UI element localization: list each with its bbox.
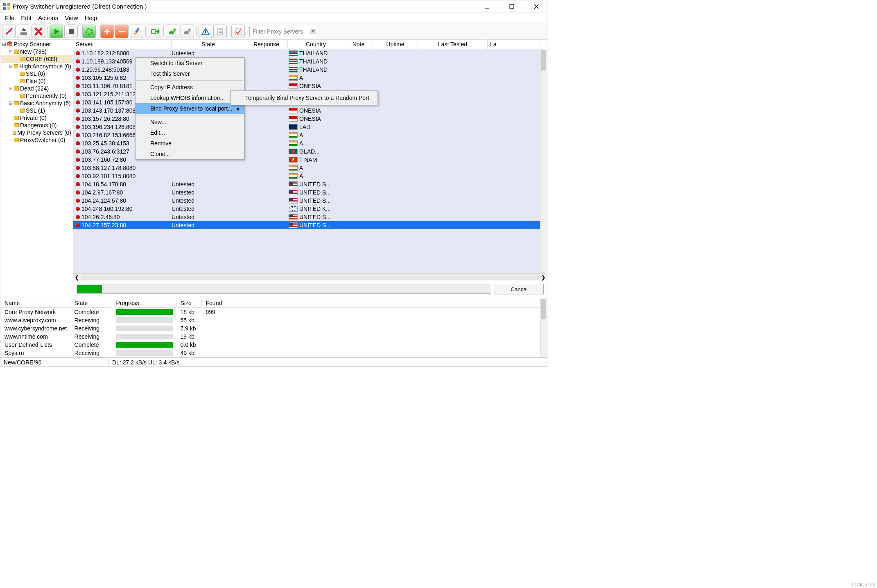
- table-row[interactable]: 104.27.157.23:80 Untested UNITED S...: [73, 221, 540, 229]
- statusbar: New/CORE 0/96 DL: 27.2 kB/s UL: 3.4 kB/s…: [0, 357, 547, 366]
- tree-node[interactable]: ⊟New (738): [1, 48, 72, 55]
- plug-green-button[interactable]: [166, 25, 179, 38]
- download-button[interactable]: [17, 25, 30, 38]
- cancel-button[interactable]: Cancel: [495, 284, 544, 294]
- tree-node[interactable]: Permanently (0): [1, 92, 72, 100]
- nl-col-progress[interactable]: Progress: [113, 299, 176, 308]
- menu-file[interactable]: File: [2, 14, 17, 22]
- table-row[interactable]: 103.92.101.115:8080 A: [73, 172, 540, 180]
- netlog-row[interactable]: Core Proxy NetworkComplete 18 kb999: [1, 308, 539, 316]
- nl-col-found[interactable]: Found: [203, 299, 227, 308]
- table-row[interactable]: 104.248.160.192:80 Untested UNITED K...: [73, 205, 540, 213]
- tree-node[interactable]: SSL (0): [1, 70, 72, 77]
- stop-button[interactable]: [64, 25, 78, 38]
- netlog-vscrollbar[interactable]: [540, 298, 547, 357]
- tree-node[interactable]: ⊟High Anonymous (0): [1, 63, 72, 70]
- col-server[interactable]: Server: [73, 40, 172, 49]
- window-title: Proxy Switcher Unregistered (Direct Conn…: [13, 3, 479, 10]
- play-button[interactable]: [50, 25, 63, 38]
- scroll-right-icon[interactable]: ❯: [540, 274, 547, 280]
- tree-node[interactable]: Elite (0): [1, 77, 72, 85]
- netlog-row[interactable]: www.nntime.comReceiving 19 kb: [1, 333, 539, 340]
- remove-button[interactable]: [115, 25, 129, 38]
- nl-col-name[interactable]: Name: [1, 299, 70, 308]
- context-menu-item[interactable]: Bind Proxy Server to local port...▸: [136, 103, 244, 114]
- context-menu-item[interactable]: Lookup WHOIS information...: [136, 93, 244, 103]
- context-menu: Switch to this ServerTest this ServerCop…: [135, 57, 244, 160]
- tree-node[interactable]: ⊟Basic Anonymity (5): [1, 100, 72, 107]
- col-country[interactable]: Country: [288, 40, 344, 49]
- minimize-button[interactable]: [479, 2, 495, 11]
- add-button[interactable]: [100, 25, 114, 38]
- col-uptime[interactable]: Uptime: [373, 40, 418, 49]
- plug-grey-button[interactable]: [181, 25, 194, 38]
- table-row[interactable]: 1.10.182.212:8080 Untested THAILAND: [73, 49, 540, 57]
- warning-button[interactable]: [199, 25, 212, 38]
- scroll-left-icon[interactable]: ❮: [73, 274, 81, 280]
- context-menu-item[interactable]: Copy IP Address: [136, 82, 244, 93]
- flag-icon: [289, 140, 298, 146]
- context-menu-item[interactable]: Clone...: [136, 149, 244, 159]
- tree-node[interactable]: My Proxy Servers (0): [1, 129, 72, 136]
- col-state[interactable]: State: [172, 40, 245, 49]
- netlog-row[interactable]: www.aliveproxy.comReceiving 55 kb: [1, 317, 539, 324]
- table-row[interactable]: 103.88.127.178:8080 A: [73, 164, 540, 172]
- pin-icon: [76, 141, 80, 145]
- netlog-row[interactable]: Spys.ruReceiving 49 kb: [1, 349, 539, 357]
- pin-icon: [76, 133, 80, 137]
- doc-button[interactable]: [213, 25, 227, 38]
- tree-node[interactable]: SSL (1): [1, 107, 72, 114]
- svg-rect-5: [510, 5, 514, 9]
- pin-icon: [76, 199, 80, 203]
- filter-input[interactable]: [251, 27, 308, 36]
- context-menu-item[interactable]: Test this Server: [136, 68, 244, 79]
- menu-edit[interactable]: Edit: [18, 14, 34, 22]
- svg-rect-17: [69, 29, 74, 34]
- nl-col-state[interactable]: State: [71, 299, 112, 308]
- grid-hscrollbar[interactable]: ❮ ❯: [73, 273, 547, 280]
- netlog-row[interactable]: User-Defined-ListsComplete 0.0 kb: [1, 341, 539, 348]
- tree-root[interactable]: ⊟Proxy Scanner: [1, 41, 72, 48]
- table-row[interactable]: 104.26.2.46:80 Untested UNITED S...: [73, 213, 540, 221]
- pin-icon: [76, 117, 80, 121]
- table-row[interactable]: 104.2.97.167:80 Untested UNITED S...: [73, 188, 540, 197]
- netlog-row[interactable]: www.cybersyndrome.netReceiving 7.9 kb: [1, 325, 539, 332]
- close-x-button[interactable]: [32, 25, 45, 38]
- col-response[interactable]: Response: [245, 40, 288, 49]
- close-button[interactable]: [528, 2, 545, 11]
- pin-icon: [76, 92, 80, 96]
- table-row[interactable]: 104.24.124.57:80 Untested UNITED S...: [73, 197, 540, 205]
- filter-clear-icon[interactable]: ×: [310, 29, 316, 34]
- grid-vscrollbar[interactable]: [540, 49, 547, 273]
- menu-view[interactable]: View: [62, 14, 80, 22]
- menu-help[interactable]: Help: [82, 14, 99, 22]
- check-button[interactable]: [231, 25, 245, 38]
- pin-icon: [76, 207, 80, 211]
- tree-node[interactable]: CORE (639): [1, 55, 72, 63]
- context-menu-item[interactable]: Switch to this Server: [136, 58, 244, 68]
- flag-icon: [289, 222, 298, 228]
- context-menu-item[interactable]: Edit...: [136, 127, 244, 138]
- tree-node[interactable]: ProxySwitcher (0): [1, 136, 72, 144]
- menu-actions[interactable]: Actions: [36, 14, 61, 22]
- nl-col-size[interactable]: Size: [177, 299, 202, 308]
- context-menu-item[interactable]: New...: [136, 117, 244, 127]
- tree-node[interactable]: ⊟Dead (224): [1, 85, 72, 92]
- submenu-item[interactable]: Temporarily Bind Proxy Server to a Rando…: [231, 93, 377, 103]
- tree-node[interactable]: Private (0): [1, 114, 72, 122]
- pin-icon: [76, 182, 80, 186]
- col-last-tested[interactable]: Last Tested: [418, 40, 488, 49]
- context-menu-item[interactable]: Remove: [136, 138, 244, 149]
- switch-button[interactable]: [148, 25, 161, 38]
- maximize-button[interactable]: [504, 2, 520, 11]
- svg-marker-16: [54, 29, 59, 34]
- col-la[interactable]: La: [488, 40, 540, 49]
- status-speed: DL: 27.2 kB/s UL: 3.4 kB/s: [109, 359, 547, 366]
- rescan-button[interactable]: [82, 25, 96, 38]
- tree-node[interactable]: Dangerous (0): [1, 122, 72, 129]
- col-note[interactable]: Note: [344, 40, 373, 49]
- edit-button[interactable]: [130, 25, 143, 38]
- wand-button[interactable]: [2, 25, 16, 38]
- tree-panel: ⊟Proxy Scanner⊟New (738)CORE (639)⊟High …: [0, 40, 73, 298]
- table-row[interactable]: 104.18.54.178:80 Untested UNITED S...: [73, 180, 540, 188]
